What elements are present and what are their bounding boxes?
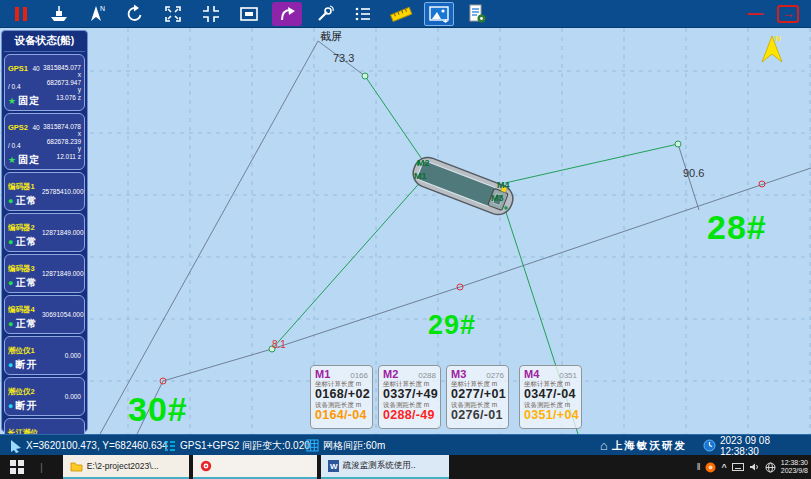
gps-distance-status: GPS1+GPS2 间距变大:0.020 (164, 435, 310, 456)
device-values: 3815874.078 x682678.239 y12.011 z (42, 123, 81, 161)
tray-divider-icon: ‖ (697, 462, 701, 472)
device-item-gps2[interactable]: GPS2 40 / 0.4 ★ 固定 3815874.078 x682678.2… (4, 113, 85, 170)
measure-box-m2: M20288 坐标计算长度 m 0337/+49 设备测距长度 m 0288/-… (378, 365, 441, 429)
cursor-icon (10, 439, 22, 453)
tray-clock[interactable]: 12:38:30 2023/9/8 (781, 459, 808, 475)
keyboard-icon[interactable] (732, 462, 744, 472)
tools-signal-button[interactable] (310, 2, 340, 26)
device-item-encoder2[interactable]: 编码器2 ● 正常 12871849.000 (4, 213, 85, 252)
device-item-tide2[interactable]: 潮位仪2 ● 断开 0.000 (4, 377, 85, 416)
gps-list-icon (164, 440, 176, 452)
status-text: 正常 (15, 194, 37, 208)
taskbar-divider: | (40, 461, 43, 473)
map-canvas[interactable]: 截屏 73.3 90.6 8.1 28# 29# 30# M2 M1 M4 M3… (0, 28, 811, 434)
segment-length-90: 90.6 (683, 167, 704, 179)
status-icon: ● (8, 320, 13, 329)
list-icon (352, 3, 374, 25)
device-item-tide1[interactable]: 潮位仪1 ● 断开 0.000 (4, 336, 85, 375)
cursor-coordinates: X=3620100.473, Y=682460.634 (10, 435, 168, 456)
list-button[interactable] (348, 2, 378, 26)
ruler-icon (389, 3, 413, 25)
screen-window-button[interactable] (234, 2, 264, 26)
status-icon: ● (8, 238, 13, 247)
rotate-icon (124, 3, 146, 25)
device-values: 12871849.000 (42, 229, 84, 237)
north-arrow-toolbar-icon: N (86, 3, 108, 25)
taskbar-app-document[interactable]: W 疏浚监测系统使用.. (321, 455, 449, 479)
datetime-status: 2023 09 08 12:38:30 (703, 435, 811, 456)
application-window: N (0, 0, 811, 455)
device-values: 0.000 (42, 393, 81, 401)
north-orient-button[interactable]: N (82, 2, 112, 26)
ship-button[interactable] (44, 2, 74, 26)
status-text: 正常 (15, 276, 37, 290)
status-text: 正常 (15, 317, 37, 331)
word-doc-icon: W (328, 460, 339, 472)
device-item-river-tide[interactable]: 长江潮位 ● 断开 0.000 (4, 418, 85, 434)
device-values: 3815845.077 x682673.947 y13.076 z (42, 64, 81, 102)
device-values: 12871849.000 (42, 270, 84, 278)
exit-button[interactable]: → (777, 5, 799, 23)
record-app-icon (200, 460, 212, 472)
windows-logo-icon (10, 460, 24, 474)
status-text: 固定 (18, 153, 40, 167)
ship-marker-m2: M2 (417, 158, 430, 168)
brand-info: ⌂ 上海敏沃研发 (600, 435, 687, 456)
clock-icon (703, 439, 716, 452)
screenshot-icon: + (428, 3, 450, 25)
grid-icon (306, 439, 319, 452)
ship-marker-m4: M4 (497, 180, 510, 190)
status-text: 断开 (15, 399, 37, 413)
section-label-28: 28# (707, 208, 767, 247)
segment-length-73: 73.3 (333, 52, 354, 64)
svg-text:N: N (100, 5, 105, 12)
device-item-encoder3[interactable]: 编码器3 ● 正常 12871849.000 (4, 254, 85, 293)
system-tray: ‖ ^ 12:38:30 2023/9/8 (697, 455, 808, 479)
device-item-encoder4[interactable]: 编码器4 ● 正常 30691054.000 (4, 295, 85, 334)
tray-app-icon[interactable] (705, 462, 716, 473)
minimize-button[interactable]: — (747, 9, 763, 19)
windows-taskbar: | E:\2-project2023\... W 疏浚监测系统使用.. ‖ ^ (0, 455, 811, 479)
device-values: 30691054.000 (42, 311, 84, 319)
north-label: N (775, 34, 781, 43)
tray-expand-icon[interactable]: ^ (721, 462, 726, 472)
report-settings-button[interactable] (462, 2, 492, 26)
ship-marker-m3: M3 (491, 193, 504, 203)
status-bar: X=3620100.473, Y=682460.634 GPS1+GPS2 间距… (0, 434, 811, 455)
tray-time: 12:38:30 (781, 459, 808, 467)
device-status-panel: 设备状态(船) GPS1 40 / 0.4 ★ 固定 3815845.077 x… (1, 30, 88, 432)
grid-spacing-status: 网格间距:60m (306, 435, 385, 456)
taskbar-app-recorder[interactable] (193, 455, 317, 479)
status-text: 断开 (15, 358, 37, 372)
ruler-button[interactable] (386, 2, 416, 26)
main-toolbar: N (0, 0, 811, 28)
screen-window-icon (238, 3, 260, 25)
screenshot-button[interactable]: + (424, 2, 454, 26)
status-icon: ● (8, 402, 13, 411)
pause-button[interactable] (6, 2, 36, 26)
pan-curve-button[interactable] (272, 2, 302, 26)
device-item-gps1[interactable]: GPS1 40 / 0.4 ★ 固定 3815845.077 x682673.9… (4, 54, 85, 111)
report-settings-icon (466, 3, 488, 25)
device-values: 25785410.000 (42, 188, 84, 196)
network-globe-icon[interactable] (765, 462, 776, 473)
status-icon: ● (8, 279, 13, 288)
section-label-29: 29# (428, 310, 476, 341)
taskbar-app-explorer[interactable]: E:\2-project2023\... (63, 455, 189, 479)
section-label-30: 30# (128, 390, 188, 429)
volume-icon[interactable] (749, 462, 760, 472)
measure-box-m3: M30276 坐标计算长度 m 0277/+01 设备测距长度 m 0276/-… (446, 365, 509, 429)
status-icon: ★ (8, 97, 16, 106)
zoom-extents-button[interactable] (158, 2, 188, 26)
start-button[interactable] (0, 455, 34, 479)
tray-date: 2023/9/8 (781, 467, 808, 475)
folder-icon (70, 461, 83, 472)
device-item-encoder1[interactable]: 编码器1 ● 正常 25785410.000 (4, 172, 85, 211)
svg-text:W: W (330, 462, 338, 471)
rotate-button[interactable] (120, 2, 150, 26)
ship-icon (48, 3, 70, 25)
screenshot-tooltip: 截屏 (320, 29, 342, 44)
zoom-extents-icon (162, 3, 184, 25)
tools-signal-icon (314, 3, 336, 25)
zoom-center-button[interactable] (196, 2, 226, 26)
